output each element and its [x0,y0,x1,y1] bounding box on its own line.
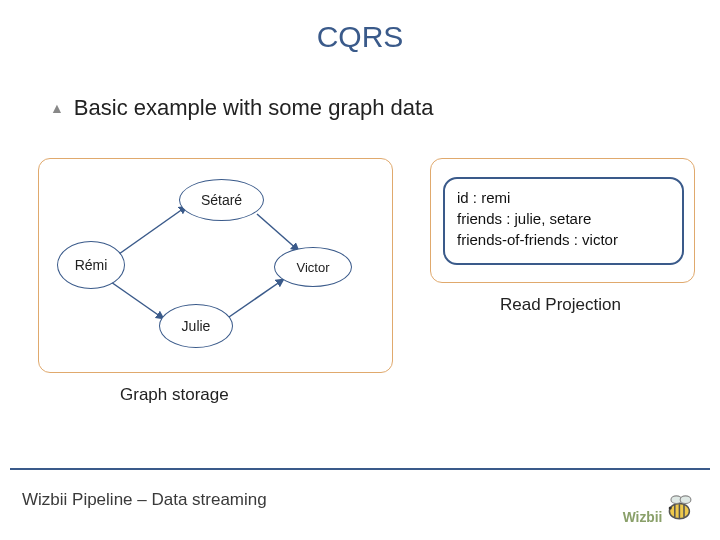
read-projection-panel: id : remi friends : julie, setare friend… [430,158,695,283]
bullet-item: ▲ Basic example with some graph data [50,95,433,121]
graph-storage-panel: Rémi Sétaré Julie Victor [38,158,393,373]
slide: CQRS ▲ Basic example with some graph dat… [0,0,720,540]
svg-point-10 [680,496,691,504]
projection-data-box: id : remi friends : julie, setare friend… [443,177,684,265]
page-title: CQRS [0,20,720,54]
bullet-icon: ▲ [50,100,64,116]
bullet-text: Basic example with some graph data [74,95,434,121]
node-julie: Julie [159,304,233,348]
svg-line-3 [229,279,284,317]
svg-line-0 [119,206,187,254]
wizbii-logo: Wizbii [622,482,700,528]
logo-text: Wizbii [623,510,663,525]
graph-caption: Graph storage [120,385,229,405]
node-remi: Rémi [57,241,125,289]
node-victor: Victor [274,247,352,287]
node-setare: Sétaré [179,179,264,221]
footer-divider [10,468,710,470]
svg-line-2 [257,214,299,251]
svg-point-8 [669,507,672,510]
projection-line-friends: friends : julie, setare [457,208,670,229]
projection-line-fof: friends-of-friends : victor [457,229,670,250]
projection-line-id: id : remi [457,187,670,208]
svg-line-1 [111,282,164,319]
footer-text: Wizbii Pipeline – Data streaming [22,490,267,510]
projection-caption: Read Projection [500,295,621,315]
